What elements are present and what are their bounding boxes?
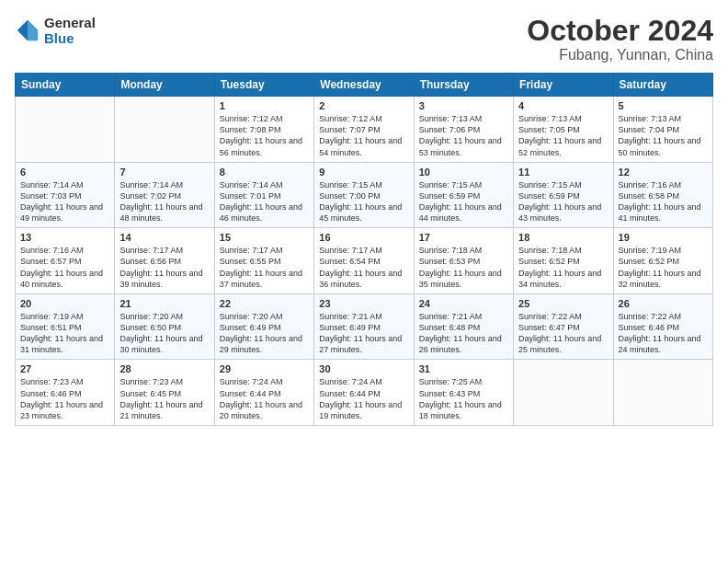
table-row: 29Sunrise: 7:24 AM Sunset: 6:44 PM Dayli… xyxy=(214,360,313,426)
table-row: 1Sunrise: 7:12 AM Sunset: 7:08 PM Daylig… xyxy=(214,97,313,163)
logo-text: General Blue xyxy=(44,15,96,46)
day-number: 11 xyxy=(518,167,608,178)
day-info: Sunrise: 7:12 AM Sunset: 7:07 PM Dayligh… xyxy=(319,113,408,158)
title-block: October 2024 Fubang, Yunnan, China xyxy=(527,15,713,63)
day-info: Sunrise: 7:19 AM Sunset: 6:52 PM Dayligh… xyxy=(619,245,708,290)
table-row: 23Sunrise: 7:21 AM Sunset: 6:49 PM Dayli… xyxy=(314,293,414,360)
calendar-week-row: 20Sunrise: 7:19 AM Sunset: 6:51 PM Dayli… xyxy=(16,293,713,360)
table-row: 28Sunrise: 7:23 AM Sunset: 6:45 PM Dayli… xyxy=(115,360,214,426)
calendar-header-row: Sunday Monday Tuesday Wednesday Thursday… xyxy=(16,74,713,97)
day-number: 30 xyxy=(319,363,408,374)
day-number: 25 xyxy=(518,298,608,309)
table-row: 30Sunrise: 7:24 AM Sunset: 6:44 PM Dayli… xyxy=(314,360,414,426)
day-number: 17 xyxy=(419,232,508,243)
table-row: 25Sunrise: 7:22 AM Sunset: 6:47 PM Dayli… xyxy=(514,293,613,360)
day-number: 20 xyxy=(20,298,109,309)
day-info: Sunrise: 7:20 AM Sunset: 6:50 PM Dayligh… xyxy=(119,311,209,356)
calendar-week-row: 13Sunrise: 7:16 AM Sunset: 6:57 PM Dayli… xyxy=(16,228,713,294)
day-number: 29 xyxy=(220,363,309,374)
table-row: 8Sunrise: 7:14 AM Sunset: 7:01 PM Daylig… xyxy=(214,162,313,228)
table-row: 18Sunrise: 7:18 AM Sunset: 6:52 PM Dayli… xyxy=(514,228,613,294)
day-number: 2 xyxy=(319,100,408,111)
table-row: 15Sunrise: 7:17 AM Sunset: 6:55 PM Dayli… xyxy=(214,228,313,294)
day-number: 8 xyxy=(220,167,309,178)
day-info: Sunrise: 7:19 AM Sunset: 6:51 PM Dayligh… xyxy=(20,311,109,356)
day-info: Sunrise: 7:17 AM Sunset: 6:56 PM Dayligh… xyxy=(119,245,209,290)
day-number: 31 xyxy=(419,363,508,374)
table-row xyxy=(613,360,712,426)
day-number: 10 xyxy=(419,167,508,178)
day-number: 19 xyxy=(619,232,708,243)
day-info: Sunrise: 7:22 AM Sunset: 6:47 PM Dayligh… xyxy=(518,311,608,356)
day-number: 5 xyxy=(619,100,708,111)
table-row: 27Sunrise: 7:23 AM Sunset: 6:46 PM Dayli… xyxy=(16,360,115,426)
day-info: Sunrise: 7:14 AM Sunset: 7:01 PM Dayligh… xyxy=(220,179,309,224)
col-tuesday: Tuesday xyxy=(214,74,313,97)
table-row xyxy=(115,97,214,163)
day-number: 7 xyxy=(119,167,209,178)
day-info: Sunrise: 7:14 AM Sunset: 7:03 PM Dayligh… xyxy=(20,179,109,224)
day-info: Sunrise: 7:13 AM Sunset: 7:04 PM Dayligh… xyxy=(619,113,708,158)
day-number: 26 xyxy=(619,298,708,309)
day-number: 18 xyxy=(518,232,608,243)
calendar-week-row: 1Sunrise: 7:12 AM Sunset: 7:08 PM Daylig… xyxy=(16,97,713,163)
col-sunday: Sunday xyxy=(16,74,115,97)
calendar-table: Sunday Monday Tuesday Wednesday Thursday… xyxy=(15,73,713,426)
day-info: Sunrise: 7:18 AM Sunset: 6:53 PM Dayligh… xyxy=(419,245,508,290)
day-info: Sunrise: 7:21 AM Sunset: 6:48 PM Dayligh… xyxy=(419,311,508,356)
svg-marker-1 xyxy=(28,20,38,40)
table-row: 24Sunrise: 7:21 AM Sunset: 6:48 PM Dayli… xyxy=(414,293,513,360)
logo: General Blue xyxy=(15,15,96,46)
table-row: 9Sunrise: 7:15 AM Sunset: 7:00 PM Daylig… xyxy=(314,162,414,228)
day-info: Sunrise: 7:17 AM Sunset: 6:54 PM Dayligh… xyxy=(319,245,408,290)
table-row: 4Sunrise: 7:13 AM Sunset: 7:05 PM Daylig… xyxy=(514,97,613,163)
table-row: 16Sunrise: 7:17 AM Sunset: 6:54 PM Dayli… xyxy=(314,228,414,294)
day-info: Sunrise: 7:13 AM Sunset: 7:05 PM Dayligh… xyxy=(518,113,608,158)
table-row: 11Sunrise: 7:15 AM Sunset: 6:59 PM Dayli… xyxy=(514,162,613,228)
day-info: Sunrise: 7:25 AM Sunset: 6:43 PM Dayligh… xyxy=(419,376,508,421)
day-info: Sunrise: 7:15 AM Sunset: 6:59 PM Dayligh… xyxy=(419,179,508,224)
day-number: 3 xyxy=(419,100,508,111)
table-row: 12Sunrise: 7:16 AM Sunset: 6:58 PM Dayli… xyxy=(613,162,712,228)
page-header: General Blue October 2024 Fubang, Yunnan… xyxy=(15,15,713,63)
day-number: 1 xyxy=(220,100,309,111)
table-row: 5Sunrise: 7:13 AM Sunset: 7:04 PM Daylig… xyxy=(613,97,712,163)
calendar-title: October 2024 xyxy=(527,15,713,47)
day-info: Sunrise: 7:16 AM Sunset: 6:58 PM Dayligh… xyxy=(619,179,708,224)
day-number: 13 xyxy=(20,232,109,243)
calendar-week-row: 27Sunrise: 7:23 AM Sunset: 6:46 PM Dayli… xyxy=(16,360,713,426)
day-info: Sunrise: 7:20 AM Sunset: 6:49 PM Dayligh… xyxy=(220,311,309,356)
table-row: 21Sunrise: 7:20 AM Sunset: 6:50 PM Dayli… xyxy=(115,293,214,360)
logo-icon xyxy=(15,17,40,43)
table-row xyxy=(16,97,115,163)
day-info: Sunrise: 7:13 AM Sunset: 7:06 PM Dayligh… xyxy=(419,113,508,158)
day-info: Sunrise: 7:23 AM Sunset: 6:45 PM Dayligh… xyxy=(119,376,209,421)
table-row: 17Sunrise: 7:18 AM Sunset: 6:53 PM Dayli… xyxy=(414,228,513,294)
day-info: Sunrise: 7:17 AM Sunset: 6:55 PM Dayligh… xyxy=(220,245,309,290)
day-info: Sunrise: 7:21 AM Sunset: 6:49 PM Dayligh… xyxy=(319,311,408,356)
table-row: 20Sunrise: 7:19 AM Sunset: 6:51 PM Dayli… xyxy=(16,293,115,360)
table-row: 26Sunrise: 7:22 AM Sunset: 6:46 PM Dayli… xyxy=(613,293,712,360)
day-info: Sunrise: 7:22 AM Sunset: 6:46 PM Dayligh… xyxy=(619,311,708,356)
day-info: Sunrise: 7:15 AM Sunset: 7:00 PM Dayligh… xyxy=(319,179,408,224)
day-number: 22 xyxy=(220,298,309,309)
day-info: Sunrise: 7:12 AM Sunset: 7:08 PM Dayligh… xyxy=(220,113,309,158)
col-saturday: Saturday xyxy=(613,74,712,97)
day-info: Sunrise: 7:23 AM Sunset: 6:46 PM Dayligh… xyxy=(20,376,109,421)
day-number: 4 xyxy=(518,100,608,111)
table-row: 22Sunrise: 7:20 AM Sunset: 6:49 PM Dayli… xyxy=(214,293,313,360)
day-info: Sunrise: 7:24 AM Sunset: 6:44 PM Dayligh… xyxy=(220,376,309,421)
day-number: 9 xyxy=(319,167,408,178)
day-number: 28 xyxy=(119,363,209,374)
calendar-week-row: 6Sunrise: 7:14 AM Sunset: 7:03 PM Daylig… xyxy=(16,162,713,228)
table-row: 31Sunrise: 7:25 AM Sunset: 6:43 PM Dayli… xyxy=(414,360,513,426)
day-number: 23 xyxy=(319,298,408,309)
day-number: 21 xyxy=(119,298,209,309)
day-info: Sunrise: 7:24 AM Sunset: 6:44 PM Dayligh… xyxy=(319,376,408,421)
table-row: 6Sunrise: 7:14 AM Sunset: 7:03 PM Daylig… xyxy=(16,162,115,228)
day-number: 12 xyxy=(619,167,708,178)
day-number: 16 xyxy=(319,232,408,243)
table-row: 2Sunrise: 7:12 AM Sunset: 7:07 PM Daylig… xyxy=(314,97,414,163)
table-row: 13Sunrise: 7:16 AM Sunset: 6:57 PM Dayli… xyxy=(16,228,115,294)
calendar-subtitle: Fubang, Yunnan, China xyxy=(527,47,713,63)
